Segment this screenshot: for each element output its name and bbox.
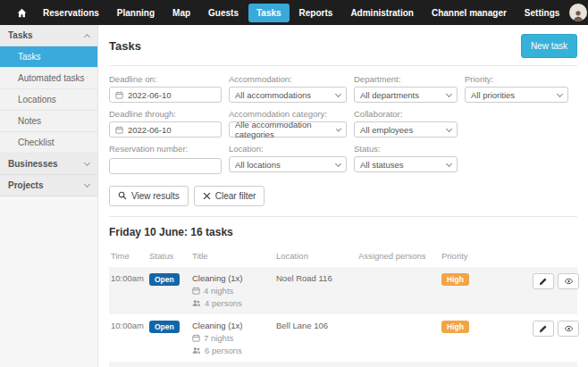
calendar-icon <box>115 91 123 99</box>
nav-item[interactable]: Settings <box>517 4 567 22</box>
edit-task-button[interactable] <box>533 273 554 289</box>
nav-item[interactable]: Reservations <box>35 4 107 22</box>
department-select[interactable]: All departments <box>354 87 458 103</box>
sidebar: Tasks Tasks Automated tasks Locations No… <box>0 25 98 367</box>
user-avatar[interactable] <box>569 4 587 21</box>
calendar-icon <box>115 126 123 134</box>
task-row: 10:00am Open Cleaning (1x) 4 nights 4 pe… <box>109 267 577 314</box>
day-heading: Friday 10 June: 16 tasks <box>109 226 577 238</box>
page-title: Tasks <box>109 34 141 53</box>
chevron-down-icon <box>336 126 342 132</box>
status-select[interactable]: All statuses <box>354 156 458 172</box>
table-header: Time Status Title Location Assigned pers… <box>109 246 577 267</box>
task-time: 10:00am <box>111 273 149 308</box>
task-persons: 6 persons <box>205 346 242 355</box>
chevron-icon <box>84 181 90 188</box>
reservation-number-input[interactable] <box>109 158 222 174</box>
eye-icon <box>564 324 574 333</box>
sidebar-item[interactable]: Automated tasks <box>0 68 97 89</box>
edit-task-button[interactable] <box>533 321 554 337</box>
task-nights: 4 nights <box>204 286 233 296</box>
status-badge: Open <box>149 321 180 333</box>
filter-accommodation: Accommodation: All accommodations <box>229 74 347 103</box>
sidebar-group[interactable]: Tasks <box>0 25 97 46</box>
filter-status: Status: All statuses <box>354 144 458 174</box>
sidebar-item[interactable]: Notes <box>0 111 97 132</box>
clear-filter-button[interactable]: Clear filter <box>194 186 265 206</box>
calendar-icon <box>192 334 200 342</box>
filter-location: Location: All locations <box>229 144 347 174</box>
filter-deadline-through: Deadline through: 2022-06-10 <box>109 109 222 138</box>
pencil-icon <box>539 324 548 333</box>
sidebar-item[interactable]: Tasks <box>0 46 97 68</box>
top-navbar: Reservations Planning Map Guests Tasks R… <box>0 0 588 25</box>
priority-select[interactable]: All priorities <box>465 87 568 103</box>
chevron-icon <box>84 33 90 39</box>
search-icon <box>118 191 127 200</box>
nav-item[interactable]: Map <box>164 4 198 22</box>
main-content: Tasks New task Deadline on: 2022-06-10 A… <box>98 25 588 367</box>
chevron-down-icon <box>446 160 452 166</box>
task-location: Bell Lane 106 <box>276 321 358 355</box>
view-results-button[interactable]: View results <box>109 186 189 206</box>
accommodation-select[interactable]: All accommodations <box>229 87 347 103</box>
sidebar-group[interactable]: Businesses <box>0 154 97 175</box>
task-title: Cleaning (1x) <box>192 321 276 330</box>
accommodation-category-select[interactable]: Alle accommodation categories <box>229 121 347 138</box>
chevron-down-icon <box>335 160 341 166</box>
priority-badge: High <box>441 273 469 286</box>
section-divider <box>109 216 577 217</box>
task-row: 10:00am Open Cleaning (1x) 4 nights 4 pe… <box>109 362 577 367</box>
task-persons: 4 persons <box>205 298 242 308</box>
chevron-down-icon <box>557 90 563 96</box>
collaborator-select[interactable]: All employees <box>354 121 458 138</box>
task-assigned <box>358 273 441 308</box>
nav-item[interactable]: Guests <box>200 4 247 22</box>
filter-accommodation-category: Accommodation category: Alle accommodati… <box>229 109 347 138</box>
location-select[interactable]: All locations <box>229 156 347 172</box>
priority-badge: High <box>441 321 469 333</box>
clear-icon <box>203 192 211 200</box>
home-icon[interactable] <box>11 4 33 21</box>
sidebar-item[interactable]: Locations <box>0 89 97 111</box>
filter-priority: Priority: All priorities <box>465 74 568 103</box>
nav-item[interactable]: Planning <box>109 4 163 22</box>
status-badge: Open <box>149 273 180 286</box>
view-task-button[interactable] <box>558 321 579 337</box>
chevron-down-icon <box>446 90 452 96</box>
deadline-through-date-input[interactable]: 2022-06-10 <box>109 121 222 138</box>
filter-department: Department: All departments <box>354 74 458 103</box>
task-assigned <box>358 321 441 355</box>
new-task-button[interactable]: New task <box>521 34 577 58</box>
sidebar-group[interactable]: Projects <box>0 175 97 196</box>
filter-reservation-number: Reservation number: <box>109 144 222 174</box>
nav-item[interactable]: Tasks <box>248 4 290 22</box>
calendar-icon <box>192 287 200 295</box>
task-title: Cleaning (1x) <box>192 273 276 283</box>
nav-item[interactable]: Reports <box>291 4 341 22</box>
persons-icon <box>192 299 201 307</box>
nav-item[interactable]: Channel manager <box>424 4 515 22</box>
nav-item[interactable]: Administration <box>342 4 422 22</box>
eye-icon <box>564 277 574 286</box>
view-task-button[interactable] <box>558 273 579 289</box>
pencil-icon <box>539 277 548 286</box>
task-row: 10:00am Open Cleaning (1x) 7 nights 6 pe… <box>109 314 577 362</box>
filter-deadline-on: Deadline on: 2022-06-10 <box>109 74 222 103</box>
sidebar-item[interactable]: Checklist <box>0 132 97 154</box>
chevron-icon <box>84 160 90 166</box>
persons-icon <box>192 346 201 354</box>
task-time: 10:00am <box>111 321 149 355</box>
task-location: Noel Road 116 <box>276 273 358 308</box>
chevron-down-icon <box>335 90 341 96</box>
chevron-down-icon <box>446 125 452 131</box>
filter-collaborator: Collaborator: All employees <box>354 109 458 138</box>
deadline-on-date-input[interactable]: 2022-06-10 <box>109 87 222 103</box>
task-nights: 7 nights <box>204 333 233 343</box>
